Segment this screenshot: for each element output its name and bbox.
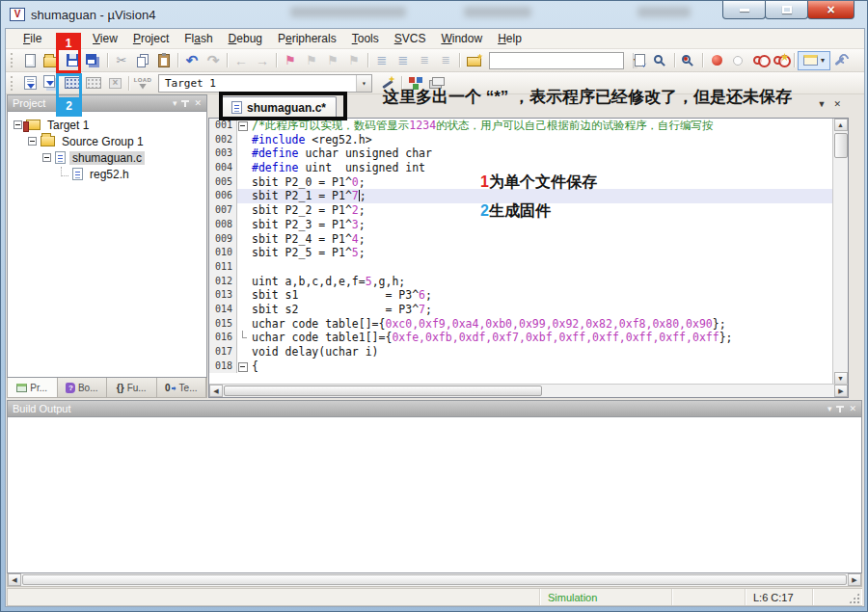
menu-item-view[interactable]: View (85, 29, 125, 49)
expand-box-icon[interactable] (42, 153, 51, 162)
panel-tab-templates-tab[interactable]: Te... (157, 378, 207, 397)
code-line-012[interactable]: 012uint a,b,c,d,e,f=5,g,h; (209, 275, 848, 289)
expand-box-icon[interactable] (14, 120, 22, 129)
goto-prev-bookmark-button[interactable]: ⚑ (322, 51, 343, 70)
clear-bookmarks-button[interactable]: ⚑ (343, 51, 365, 70)
code-line-003[interactable]: 003#define uchar unsigned char (209, 146, 848, 161)
code-area[interactable]: 001/*此程序可以实现，数码管显示1234的状态，用户可以自己根据前边的试验程… (209, 119, 848, 384)
minimize-button[interactable] (722, 1, 766, 19)
find-in-files-folder-button[interactable] (463, 51, 484, 70)
tree-item-source-group-1[interactable]: Source Group 1 (8, 133, 206, 149)
title-bar[interactable]: V shumaguan - µVision4 × (1, 1, 867, 28)
panel-tab-functions-tab[interactable]: Fu... (107, 378, 157, 397)
menu-item-file[interactable]: File (15, 29, 49, 49)
build-output-header[interactable]: Build Output ▾✕ (7, 400, 862, 417)
scroll-up-icon[interactable]: ▲ (834, 119, 848, 131)
code-line-009[interactable]: 009sbit P2_4 = P1^4; (209, 232, 848, 247)
code-line-011[interactable]: 011 (209, 260, 848, 275)
breakpoint-disable-all-button[interactable] (748, 51, 770, 70)
breakpoint-enable-button[interactable] (727, 51, 748, 70)
batch-build-button[interactable] (83, 73, 104, 93)
cut-button[interactable]: ✂ (111, 51, 132, 70)
new-file-button[interactable] (19, 51, 41, 70)
debug-windows-button[interactable]: ▾ (798, 51, 830, 70)
project-panel-close-button[interactable]: ✕ (194, 99, 202, 108)
indent-button[interactable]: ≣ (371, 51, 393, 70)
maximize-button[interactable] (765, 1, 808, 19)
horizontal-scroll-thumb[interactable] (224, 386, 542, 396)
scroll-left-icon[interactable]: ◀ (209, 385, 223, 397)
build-output-scroll-thumb[interactable] (22, 574, 847, 585)
target-select[interactable]: Target 1 ▾ (158, 74, 372, 93)
menu-item-flash[interactable]: Flash (176, 29, 220, 49)
undo-button[interactable]: ↶ (181, 51, 203, 70)
status-grip[interactable] (813, 589, 861, 605)
toggle-breakpoint-button[interactable] (706, 51, 727, 70)
configure-button[interactable] (830, 51, 852, 70)
editor-close-button[interactable]: ✕ (833, 99, 841, 109)
scroll-down-icon[interactable]: ▼ (834, 372, 848, 384)
vertical-scrollbar[interactable]: ▲ ▼ (832, 119, 848, 384)
toolbar-grip[interactable] (11, 53, 16, 67)
scroll-right-icon[interactable]: ▶ (848, 573, 861, 586)
scroll-left-icon[interactable]: ◀ (8, 573, 21, 586)
code-editor[interactable]: 001/*此程序可以实现，数码管显示1234的状态，用户可以自己根据前边的试验程… (208, 118, 849, 398)
menu-item-window[interactable]: Window (433, 29, 490, 49)
fold-marker[interactable] (237, 119, 249, 133)
menu-item-svcs[interactable]: SVCS (387, 29, 434, 49)
menu-item-help[interactable]: Help (490, 29, 529, 49)
project-panel-header[interactable]: Project ▾✕ (7, 94, 207, 112)
editor-dropdown-button[interactable]: ▼ (818, 99, 827, 109)
project-panel-pin-button[interactable] (184, 100, 186, 107)
code-line-015[interactable]: 015uchar code table[]={0xc0,0xf9,0xa4,0x… (209, 317, 848, 332)
translate-file-button[interactable] (19, 73, 41, 93)
tree-item-shumaguan-c[interactable]: shumaguan.c (8, 149, 206, 166)
code-line-010[interactable]: 010sbit P2_5 = P1^5; (209, 246, 848, 260)
paste-button[interactable] (153, 51, 175, 70)
vertical-scroll-thumb[interactable] (834, 133, 848, 158)
code-line-013[interactable]: 013sbit s1 = P3^6; (209, 288, 848, 303)
find-in-files-button[interactable] (629, 51, 650, 70)
save-all-button[interactable] (83, 51, 104, 70)
menu-item-project[interactable]: Project (125, 29, 176, 49)
search-input[interactable] (490, 54, 633, 67)
build-output-content[interactable] (7, 417, 862, 573)
uncomment-selection-button[interactable]: ≣ (435, 51, 456, 70)
close-button[interactable]: × (807, 1, 854, 19)
build-output-scrollbar[interactable]: ◀ ▶ (7, 573, 862, 587)
code-line-016[interactable]: 016uchar code table1[]={0xfe,0xfb,0xdf,0… (209, 331, 848, 345)
stop-build-button[interactable] (104, 73, 125, 93)
fold-marker[interactable] (237, 331, 249, 345)
build-output-close-button[interactable]: ✕ (849, 405, 856, 413)
code-line-014[interactable]: 014sbit s2 = P3^7; (209, 303, 848, 317)
menu-item-debug[interactable]: Debug (221, 29, 270, 49)
code-line-001[interactable]: 001/*此程序可以实现，数码管显示1234的状态，用户可以自己根据前边的试验程… (209, 119, 848, 133)
build-output-dropdown-button[interactable]: ▾ (827, 405, 832, 413)
code-line-018[interactable]: 018{ (209, 359, 848, 374)
scroll-right-icon[interactable]: ▶ (834, 385, 848, 397)
copy-button[interactable] (132, 51, 153, 70)
tree-item-target-1[interactable]: Target 1 (8, 117, 206, 133)
build-output-pin-button[interactable] (839, 406, 841, 412)
horizontal-scrollbar[interactable]: ◀ ▶ (209, 384, 848, 397)
incremental-find-button[interactable] (650, 51, 671, 70)
insert-bookmark-button[interactable]: ⚑ (280, 51, 301, 70)
redo-button[interactable]: ↷ (203, 51, 224, 70)
navigate-back-button[interactable]: ← (231, 51, 252, 70)
menu-item-peripherals[interactable]: Peripherals (270, 29, 344, 49)
toolbar-grip[interactable] (11, 76, 16, 91)
expand-box-icon[interactable] (28, 137, 37, 146)
code-line-017[interactable]: 017void delay(uchar i) (209, 345, 848, 359)
target-dropdown-button[interactable]: ▾ (356, 75, 371, 92)
outdent-button[interactable]: ≣ (393, 51, 414, 70)
comment-selection-button[interactable]: ≣ (414, 51, 435, 70)
navigate-forward-button[interactable]: → (252, 51, 273, 70)
panel-tab-project-tab[interactable]: Pr... (8, 378, 58, 397)
project-panel-dropdown-button[interactable]: ▾ (173, 99, 177, 108)
download-flash-button[interactable]: LOAD (132, 73, 153, 93)
panel-tab-books-tab[interactable]: Bo... (58, 378, 108, 397)
goto-next-bookmark-button[interactable]: ⚑ (301, 51, 322, 70)
tree-item-reg52-h[interactable]: reg52.h (8, 166, 206, 182)
menu-item-tools[interactable]: Tools (344, 29, 387, 49)
breakpoint-kill-all-button[interactable] (770, 51, 791, 70)
